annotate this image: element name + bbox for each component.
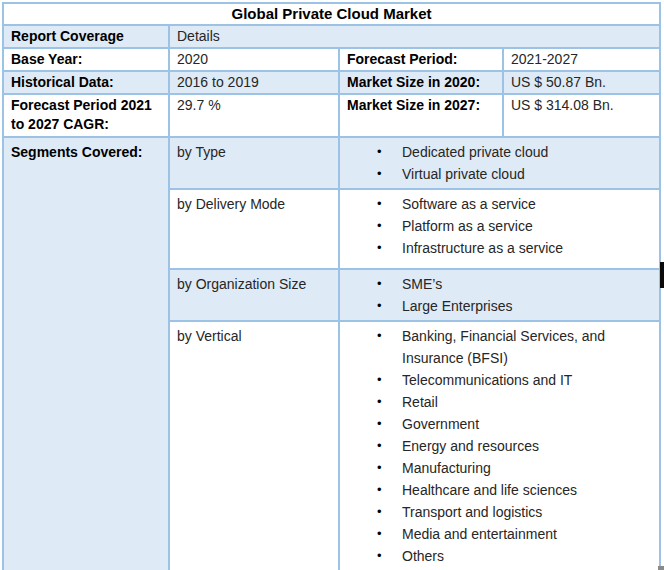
segment-item-label: Large Enterprises [402,295,653,317]
bullet-icon: • [377,457,402,479]
cagr-row: Forecast Period 2021 to 2027 CAGR: 29.7 … [3,94,660,137]
segment-item-label: SME’s [402,273,653,295]
segment-item-label: Retail [402,391,653,413]
list-item: •Telecommunications and IT [377,369,653,391]
bullet-icon: • [377,273,402,295]
segment-item-label: Government [402,413,653,435]
cagr-value: 29.7 % [169,94,339,137]
segment-item-label: Energy and resources [402,435,653,457]
base-year-row: Base Year: 2020 Forecast Period: 2021-20… [3,48,660,71]
bullet-list: •Dedicated private cloud •Virtual privat… [347,141,653,185]
bullet-list: •SME’s •Large Enterprises [347,273,653,317]
segment-group-name-type: by Type [169,137,339,189]
bullet-icon: • [377,295,402,317]
segment-group-name-vertical: by Vertical [169,321,339,570]
list-item: •Transport and logistics [377,501,653,523]
bullet-icon: • [377,193,402,215]
market-size-2027-label: Market Size in 2027: [339,94,503,137]
segments-covered-label: Segments Covered: [3,137,169,570]
segment-item-label: Healthcare and life sciences [402,479,653,501]
report-coverage-row: Report Coverage Details [3,25,660,48]
forecast-period-label: Forecast Period: [339,48,503,71]
bullet-icon: • [377,501,402,523]
list-item: •Government [377,413,653,435]
bullet-icon: • [377,479,402,501]
list-item: •Others [377,545,653,567]
list-item: •Platform as a service [377,215,653,237]
segment-item-label: Virtual private cloud [402,163,653,185]
segment-row-type: Segments Covered: by Type •Dedicated pri… [3,137,660,189]
historical-data-value: 2016 to 2019 [169,71,339,94]
list-item: •Dedicated private cloud [377,141,653,163]
base-year-value: 2020 [169,48,339,71]
bullet-icon: • [377,369,402,391]
segment-item-label: Others [402,545,653,567]
segment-item-label: Software as a service [402,193,653,215]
market-size-2020-value: US $ 50.87 Bn. [503,71,660,94]
segment-item-label: Platform as a service [402,215,653,237]
bullet-icon: • [377,545,402,567]
list-item: •Healthcare and life sciences [377,479,653,501]
segment-items-delivery-mode: •Software as a service •Platform as a se… [339,189,660,269]
segment-item-label: Telecommunications and IT [402,369,653,391]
bullet-icon: • [377,141,402,163]
list-item: •Manufacturing [377,457,653,479]
segment-item-label: Transport and logistics [402,501,653,523]
segment-item-label: Dedicated private cloud [402,141,653,163]
historical-data-row: Historical Data: 2016 to 2019 Market Siz… [3,71,660,94]
forecast-period-value: 2021-2027 [503,48,660,71]
bullet-icon: • [377,435,402,457]
list-item: •Virtual private cloud [377,163,653,185]
scrollbar-thumb[interactable] [660,262,664,288]
segment-item-label: Banking, Financial Services, and Insuran… [402,325,653,369]
segment-group-name-delivery-mode: by Delivery Mode [169,189,339,269]
list-item: •Energy and resources [377,435,653,457]
scrollbar-corner [658,566,664,570]
title-row: Global Private Cloud Market [3,3,660,25]
market-size-2020-label: Market Size in 2020: [339,71,503,94]
bullet-icon: • [377,325,402,369]
market-size-2027-value: US $ 314.08 Bn. [503,94,660,137]
segment-item-label: Media and entertainment [402,523,653,545]
segment-items-type: •Dedicated private cloud •Virtual privat… [339,137,660,189]
bullet-icon: • [377,163,402,185]
report-coverage-value: Details [169,25,660,48]
list-item: •Retail [377,391,653,413]
segment-items-vertical: •Banking, Financial Services, and Insura… [339,321,660,570]
bullet-list: •Software as a service •Platform as a se… [347,193,653,259]
segment-items-organization-size: •SME’s •Large Enterprises [339,269,660,321]
report-coverage-label: Report Coverage [3,25,169,48]
list-item: •Large Enterprises [377,295,653,317]
list-item: •Infrastructure as a service [377,237,653,259]
bullet-list: •Banking, Financial Services, and Insura… [347,325,653,567]
market-scope-table: Global Private Cloud Market Report Cover… [2,2,661,570]
bullet-icon: • [377,523,402,545]
base-year-label: Base Year: [3,48,169,71]
segment-group-name-organization-size: by Organization Size [169,269,339,321]
bullet-icon: • [377,237,402,259]
bullet-icon: • [377,215,402,237]
list-item: •Software as a service [377,193,653,215]
segment-item-label: Manufacturing [402,457,653,479]
list-item: •SME’s [377,273,653,295]
list-item: •Banking, Financial Services, and Insura… [377,325,653,369]
bullet-icon: • [377,413,402,435]
table-title: Global Private Cloud Market [3,3,660,25]
list-item: •Media and entertainment [377,523,653,545]
bullet-icon: • [377,391,402,413]
segment-item-label: Infrastructure as a service [402,237,653,259]
historical-data-label: Historical Data: [3,71,169,94]
cagr-label: Forecast Period 2021 to 2027 CAGR: [3,94,169,137]
